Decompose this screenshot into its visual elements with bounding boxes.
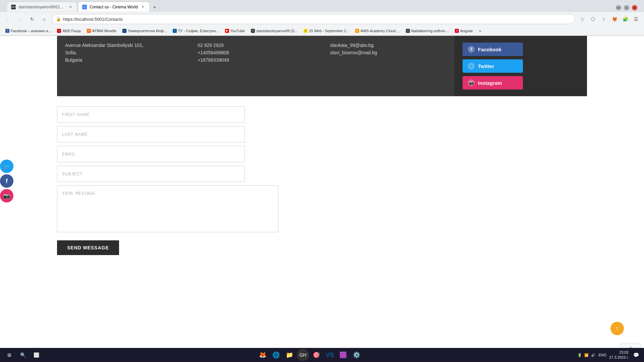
contact-cards: Avenue Aleksandar Stamboliyski 101, Sofi… (57, 36, 587, 96)
window-minimize[interactable]: — (616, 5, 621, 10)
floating-social-bar: 🐦 f 📷 (0, 160, 13, 202)
forward-button[interactable]: → (15, 14, 25, 24)
bookmark-ilialdakiev-label: Ilialdakiev/ng-softuni-... (411, 29, 449, 33)
page-content: Avenue Aleksandar Stamboliyski 101, Sofi… (0, 36, 644, 255)
address-bar[interactable]: 🔒 https://localhost:5001/Contacts (52, 14, 575, 24)
bookmark-jsweb[interactable]: J JS Web - September 2... (302, 28, 351, 34)
bookmark-abv-label: АБВ Поща (62, 29, 80, 33)
title-bar: GH stanislavstoyanov99/CinemaWo... ✕ C C… (0, 0, 644, 12)
bookmark-angular[interactable]: A Angular (453, 28, 475, 34)
refresh-button[interactable]: ↻ (28, 14, 37, 24)
bookmark-ilialdakiev-favicon: G (406, 29, 410, 33)
message-textarea[interactable] (57, 185, 278, 232)
new-tab-button[interactable]: + (150, 3, 159, 12)
menu-button[interactable]: ☰ (631, 14, 641, 24)
bookmark-star-button[interactable]: ☆ (578, 14, 587, 24)
home-button[interactable]: ⌂ (40, 14, 49, 24)
tab-github-favicon: GH (11, 5, 16, 9)
subject-input[interactable] (57, 166, 245, 182)
bookmark-aws[interactable]: A AWS Academy Cloud ... (353, 28, 402, 34)
instagram-icon: 📷 (468, 79, 475, 86)
bookmark-more-label: » (479, 29, 481, 33)
address-line2: Sofia, (65, 50, 181, 55)
sync-button[interactable]: ↕ (599, 14, 608, 24)
first-name-input[interactable] (57, 106, 245, 123)
bookmark-tu-label: ТУ - София, Електрон... (178, 29, 219, 33)
bookmark-facebook-favicon: f (5, 29, 9, 33)
email-1: slavkata_99@abv.bg (330, 43, 446, 48)
instagram-label: Instagram (478, 80, 502, 86)
bookmark-facebook[interactable]: f Facebook – влизане и... (3, 28, 53, 34)
floating-instagram-button[interactable]: 📷 (0, 189, 13, 202)
bookmark-facebook-label: Facebook – влизане и... (11, 29, 51, 33)
tab-contact-favicon: C (82, 5, 87, 9)
pocket-button[interactable]: ⬡ (588, 14, 598, 24)
floating-facebook-button[interactable]: f (0, 174, 13, 188)
last-name-input[interactable] (57, 126, 245, 142)
address-text: https://localhost:5001/Contacts (63, 17, 123, 22)
bookmark-angular-label: Angular (460, 29, 473, 33)
bookmark-stanislav[interactable]: G stanislavstoyanov99 (S... (249, 28, 299, 34)
address-line1: Avenue Aleksandar Stamboliyski 101, (65, 43, 181, 48)
email-card: slavkata_99@abv.bg slavi_biserov@mail.bg (322, 36, 454, 96)
floating-twitter-button[interactable]: 🐦 (0, 160, 13, 173)
tab-contact-close[interactable]: ✕ (141, 5, 145, 9)
bookmark-moodle-label: ФПМИ Moodle (92, 29, 116, 33)
tab-github-label: stanislavstoyanov99/CinemaWo... (18, 5, 65, 9)
bookmark-abv-favicon: A (57, 29, 61, 33)
bookmark-aws-label: AWS Academy Cloud ... (361, 29, 400, 33)
facebook-button[interactable]: f Facebook (463, 43, 523, 56)
facebook-label: Facebook (478, 47, 501, 52)
tab-github-close[interactable]: ✕ (68, 5, 73, 9)
bookmark-youtube-label: YouTube (230, 29, 245, 33)
bookmark-jsweb-label: JS Web - September 2... (309, 29, 349, 33)
nav-bar: ← → ↻ ⌂ 🔒 https://localhost:5001/Contact… (0, 12, 644, 26)
contact-form: SEND MESSAGE (57, 106, 245, 255)
bookmark-more[interactable]: » (477, 28, 483, 34)
social-card: f Facebook 🐦 Twitter 📷 Instagram (454, 36, 587, 96)
bookmark-angular-favicon: A (455, 29, 459, 33)
tab-github[interactable]: GH stanislavstoyanov99/CinemaWo... ✕ (7, 2, 77, 12)
address-card: Avenue Aleksandar Stamboliyski 101, Sofi… (57, 36, 190, 96)
nav-right-icons: ☆ ⬡ ↕ 🦊 🧩 ☰ (578, 14, 641, 24)
send-message-button[interactable]: SEND MESSAGE (57, 240, 119, 255)
bookmark-ilialdakiev[interactable]: G Ilialdakiev/ng-softuni-... (404, 28, 451, 34)
tab-contact[interactable]: C Contact us - Cinema World ✕ (78, 2, 150, 12)
bookmark-youtube-favicon: ▶ (225, 29, 229, 33)
tabs-bar: GH stanislavstoyanov99/CinemaWo... ✕ C C… (3, 0, 641, 12)
bookmarks-bar: f Facebook – влизане и... A АБВ Поща M Ф… (0, 26, 644, 36)
phone-card: 02 929 2929 +14056489808 +16789339049 (190, 36, 322, 96)
bookmark-uni[interactable]: U Университетска Инф... (120, 28, 169, 34)
bookmark-tu[interactable]: T ТУ - София, Електрон... (171, 28, 221, 34)
bookmark-youtube[interactable]: ▶ YouTube (223, 28, 247, 34)
twitter-button[interactable]: 🐦 Twitter (463, 59, 523, 73)
bookmark-aws-favicon: A (355, 29, 359, 33)
firefox-account-button[interactable]: 🦊 (610, 14, 619, 24)
phone-2: +16789339049 (198, 57, 314, 63)
phone-1: +14056489808 (198, 50, 314, 55)
phone-main: 02 929 2929 (198, 43, 314, 48)
window-maximize[interactable]: □ (624, 5, 629, 10)
twitter-label: Twitter (478, 63, 494, 69)
bookmark-abv[interactable]: A АБВ Поща (55, 28, 83, 34)
facebook-icon: f (468, 46, 475, 53)
bookmark-moodle[interactable]: M ФПМИ Moodle (85, 28, 118, 34)
extensions-button[interactable]: 🧩 (621, 14, 630, 24)
bookmark-stanislav-label: stanislavstoyanov99 (S... (256, 29, 297, 33)
bookmark-moodle-favicon: M (87, 29, 91, 33)
bookmark-tu-favicon: T (173, 29, 177, 33)
browser-chrome: GH stanislavstoyanov99/CinemaWo... ✕ C C… (0, 0, 644, 36)
email-2: slavi_biserov@mail.bg (330, 50, 446, 55)
instagram-button[interactable]: 📷 Instagram (463, 76, 523, 89)
bookmark-stanislav-favicon: G (251, 29, 255, 33)
bookmark-uni-favicon: U (122, 29, 126, 33)
security-icon: 🔒 (56, 17, 61, 21)
tab-contact-label: Contact us - Cinema World (90, 5, 138, 9)
bookmark-uni-label: Университетска Инф... (128, 29, 167, 33)
bookmark-jsweb-favicon: J (304, 29, 308, 33)
address-line3: Bulgaria (65, 57, 181, 63)
back-button[interactable]: ← (3, 14, 13, 24)
email-input[interactable] (57, 146, 245, 162)
window-close[interactable]: ✕ (632, 5, 637, 10)
twitter-icon: 🐦 (468, 63, 475, 69)
